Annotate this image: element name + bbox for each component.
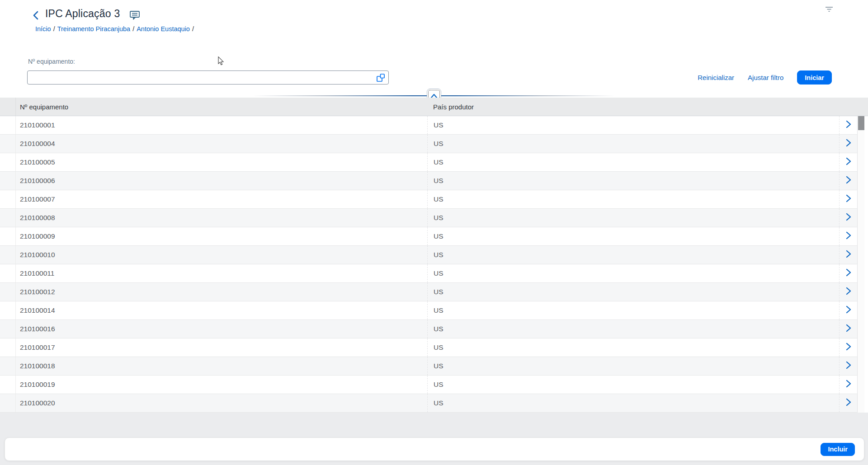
table-row[interactable]: 210100011 US: [0, 264, 857, 283]
table-row[interactable]: 210100004 US: [0, 135, 857, 153]
equipment-number-cell: 210100009: [16, 227, 427, 245]
country-cell: US: [427, 301, 839, 319]
chevron-right-icon: [844, 230, 853, 242]
table-row[interactable]: 210100018 US: [0, 357, 857, 376]
table-row[interactable]: 210100016 US: [0, 320, 857, 338]
table-row[interactable]: 210100008 US: [0, 209, 857, 227]
breadcrumb-link-antonio[interactable]: Antonio Eustaquio: [137, 25, 190, 33]
table-row[interactable]: 210100005 US: [0, 153, 857, 172]
value-help-icon: [376, 77, 386, 84]
navigate-back-icon: [30, 16, 42, 23]
table-row[interactable]: 210100012 US: [0, 283, 857, 301]
country-cell: US: [427, 135, 839, 153]
chevron-right-icon: [844, 379, 853, 390]
table-row[interactable]: 210100009 US: [0, 227, 857, 246]
include-button[interactable]: Incluir: [821, 443, 855, 456]
footer-toolbar: Incluir: [5, 437, 864, 461]
back-button[interactable]: [30, 9, 42, 22]
row-navigation[interactable]: [839, 227, 857, 245]
row-navigation[interactable]: [839, 283, 857, 301]
country-cell: US: [427, 172, 839, 190]
chevron-right-icon: [844, 138, 853, 150]
value-help-button[interactable]: [375, 72, 387, 83]
chevron-right-icon: [844, 156, 853, 168]
table-row[interactable]: 210100019 US: [0, 376, 857, 394]
equipment-number-cell: 210100007: [16, 190, 427, 208]
table-body: 210100001 US 210100004 US 210100005 US 2…: [0, 116, 857, 413]
table-row[interactable]: 210100014 US: [0, 301, 857, 320]
country-cell: US: [427, 190, 839, 208]
table-row[interactable]: 210100001 US: [0, 116, 857, 135]
comment-icon: [129, 15, 141, 22]
row-navigation[interactable]: [839, 357, 857, 375]
equipment-number-input[interactable]: [27, 70, 389, 85]
chevron-right-icon: [844, 175, 853, 187]
row-navigation[interactable]: [839, 209, 857, 227]
row-navigation[interactable]: [839, 246, 857, 264]
table-row[interactable]: 210100017 US: [0, 338, 857, 357]
equipment-number-cell: 210100005: [16, 153, 427, 171]
scrollbar-thumb[interactable]: [858, 116, 864, 130]
table-filter-icon[interactable]: [825, 6, 834, 13]
row-navigation[interactable]: [839, 172, 857, 190]
row-highlight-gutter: [0, 153, 16, 171]
table-row[interactable]: 210100006 US: [0, 172, 857, 190]
row-highlight-gutter: [0, 209, 16, 227]
country-cell: US: [427, 209, 839, 227]
row-navigation[interactable]: [839, 116, 857, 134]
equipment-number-cell: 210100017: [16, 338, 427, 357]
table-row[interactable]: 210100020 US: [0, 394, 857, 413]
chevron-right-icon: [844, 212, 853, 224]
row-highlight-gutter: [0, 301, 16, 319]
country-cell: US: [427, 357, 839, 375]
row-navigation[interactable]: [839, 394, 857, 412]
country-cell: US: [427, 227, 839, 245]
equipment-number-cell: 210100012: [16, 283, 427, 301]
breadcrumb-separator: /: [190, 25, 196, 33]
row-highlight-gutter: [0, 357, 16, 375]
breadcrumb-link-treinamento[interactable]: Treinamento Piracanjuba: [57, 25, 130, 33]
equipment-number-cell: 210100020: [16, 394, 427, 412]
equipment-number-field-wrap: [27, 70, 389, 85]
row-navigation[interactable]: [839, 301, 857, 319]
row-highlight-gutter: [0, 264, 16, 282]
row-navigation[interactable]: [839, 153, 857, 171]
table-header-gutter: [0, 98, 16, 116]
chevron-right-icon: [844, 342, 853, 353]
country-cell: US: [427, 264, 839, 282]
chevron-right-icon: [844, 119, 853, 131]
row-highlight-gutter: [0, 190, 16, 208]
row-navigation[interactable]: [839, 376, 857, 394]
bottom-background: Incluir: [0, 413, 868, 465]
equipment-number-cell: 210100019: [16, 376, 427, 394]
row-highlight-gutter: [0, 135, 16, 153]
country-cell: US: [427, 283, 839, 301]
table-row[interactable]: 210100007 US: [0, 190, 857, 209]
table-row[interactable]: 210100010 US: [0, 246, 857, 264]
equipment-number-cell: 210100006: [16, 172, 427, 190]
go-button[interactable]: Iniciar: [797, 70, 832, 85]
adapt-filters-button[interactable]: Ajustar filtro: [748, 74, 783, 81]
row-navigation[interactable]: [839, 190, 857, 208]
mouse-cursor: [217, 56, 225, 67]
table-header: Nº equipamento País produtor: [0, 98, 868, 116]
country-cell: US: [427, 116, 839, 134]
breadcrumb-link-inicio[interactable]: Início: [35, 25, 51, 33]
row-navigation[interactable]: [839, 338, 857, 357]
row-navigation[interactable]: [839, 135, 857, 153]
comment-button[interactable]: [128, 9, 141, 22]
equipment-number-cell: 210100004: [16, 135, 427, 153]
reset-button[interactable]: Reinicializar: [698, 74, 734, 81]
vertical-scrollbar[interactable]: [857, 116, 864, 413]
breadcrumb-separator: /: [51, 25, 57, 33]
equipment-number-cell: 210100010: [16, 246, 427, 264]
row-highlight-gutter: [0, 394, 16, 412]
row-navigation[interactable]: [839, 264, 857, 282]
row-highlight-gutter: [0, 338, 16, 357]
row-navigation[interactable]: [839, 320, 857, 338]
equipment-number-label: Nº equipamento:: [28, 58, 75, 65]
chevron-right-icon: [844, 268, 853, 279]
row-highlight-gutter: [0, 320, 16, 338]
chevron-right-icon: [844, 193, 853, 205]
row-highlight-gutter: [0, 376, 16, 394]
